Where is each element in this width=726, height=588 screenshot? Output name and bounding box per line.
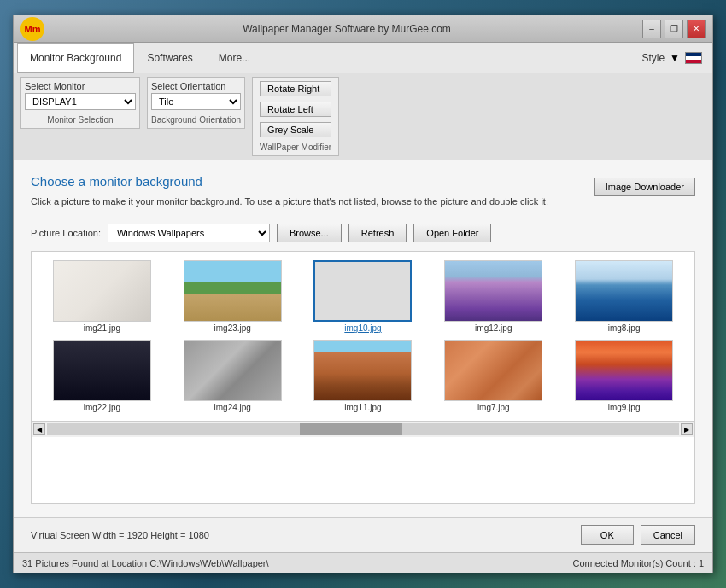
image-filename-label: img24.jpg xyxy=(214,403,251,412)
orientation-group-label: Background Orientation xyxy=(151,115,241,125)
image-thumb[interactable] xyxy=(184,260,282,322)
bottom-bar: Virtual Screen Width = 1920 Height = 108… xyxy=(14,517,712,552)
image-filename-label: img10.jpg xyxy=(344,323,381,333)
image-grid-container: img21.jpgimg23.jpgimg10.jpgimg12.jpgimg8… xyxy=(31,251,695,504)
titlebar: Mm Wallpaper Manager Software by MurGee.… xyxy=(14,15,712,43)
style-arrow: ▼ xyxy=(670,52,680,64)
wallpaper-modifier-group: Rotate Right Rotate Left Grey Scale Wall… xyxy=(252,77,339,156)
image-thumb[interactable] xyxy=(444,340,542,401)
content-area: Choose a monitor background Click a pict… xyxy=(14,160,712,517)
image-thumb[interactable] xyxy=(313,340,412,401)
tab-more[interactable]: More... xyxy=(206,43,263,73)
monitor-select[interactable]: DISPLAY1 xyxy=(25,93,136,110)
image-item[interactable]: img11.jpg xyxy=(302,340,425,412)
picture-location-label: Picture Location: xyxy=(31,228,101,238)
cancel-button[interactable]: Cancel xyxy=(641,525,695,545)
style-label: Style xyxy=(641,52,665,64)
grey-scale-button[interactable]: Grey Scale xyxy=(260,122,331,137)
rotate-left-button[interactable]: Rotate Left xyxy=(260,102,331,117)
horizontal-scrollbar[interactable]: ◀ ▶ xyxy=(32,421,694,437)
orientation-group: Select Orientation Tile Background Orien… xyxy=(147,77,245,129)
open-folder-button[interactable]: Open Folder xyxy=(413,224,491,242)
main-window: Mm Wallpaper Manager Software by MurGee.… xyxy=(13,15,713,573)
browse-button[interactable]: Browse... xyxy=(277,224,342,242)
image-thumb[interactable] xyxy=(575,340,673,401)
image-filename-label: img21.jpg xyxy=(84,323,120,333)
image-filename-label: img23.jpg xyxy=(214,323,251,333)
window-title: Wallpaper Manager Software by MurGee.com xyxy=(51,23,642,35)
bottom-buttons: OK Cancel xyxy=(581,525,695,545)
content-title: Choose a monitor background xyxy=(31,174,584,189)
app-logo: Mm xyxy=(20,17,44,41)
image-filename-label: img12.jpg xyxy=(475,323,512,333)
menubar: Monitor Background Softwares More... Sty… xyxy=(14,43,712,73)
image-filename-label: img22.jpg xyxy=(84,403,120,412)
image-thumb[interactable] xyxy=(444,260,542,322)
image-filename-label: img9.jpg xyxy=(608,403,641,412)
image-filename-label: img8.jpg xyxy=(608,323,641,333)
style-control: Style ▼ xyxy=(635,43,709,73)
minimize-button[interactable]: – xyxy=(642,20,661,38)
orientation-combo-container: Select Orientation Tile xyxy=(151,81,241,110)
restore-button[interactable]: ❐ xyxy=(665,20,683,38)
image-downloader-button[interactable]: Image Downloader xyxy=(594,178,695,196)
monitor-group-label: Monitor Selection xyxy=(25,115,136,125)
image-item[interactable]: img8.jpg xyxy=(562,260,686,333)
refresh-button[interactable]: Refresh xyxy=(348,224,407,242)
header-desc-area: Choose a monitor background Click a pict… xyxy=(31,174,584,218)
modifier-group-label: WallPaper Modifier xyxy=(260,143,331,152)
image-item[interactable]: img24.jpg xyxy=(171,340,295,412)
monitor-selection-group: Select Monitor DISPLAY1 Monitor Selectio… xyxy=(20,77,140,129)
scroll-thumb[interactable] xyxy=(300,423,402,435)
image-thumb[interactable] xyxy=(313,260,412,322)
scroll-right-arrow[interactable]: ▶ xyxy=(681,423,693,435)
picture-location-select[interactable]: Windows Wallpapers xyxy=(108,224,270,242)
image-item[interactable]: img23.jpg xyxy=(171,260,295,333)
image-grid: img21.jpgimg23.jpgimg10.jpgimg12.jpgimg8… xyxy=(32,252,694,421)
image-thumb[interactable] xyxy=(575,260,673,322)
image-thumb[interactable] xyxy=(53,340,151,401)
ok-button[interactable]: OK xyxy=(581,525,634,545)
monitor-combo-label: Select Monitor xyxy=(25,81,136,91)
rotate-right-button[interactable]: Rotate Right xyxy=(260,81,331,96)
image-item[interactable]: img22.jpg xyxy=(40,340,164,412)
status-bar: 31 Pictures Found at Location C:\Windows… xyxy=(14,552,712,573)
toolbar: Select Monitor DISPLAY1 Monitor Selectio… xyxy=(14,73,712,160)
scroll-track[interactable] xyxy=(47,423,679,435)
content-description: Click a picture to make it your monitor … xyxy=(31,195,584,208)
image-thumb[interactable] xyxy=(53,260,151,322)
window-controls: – ❐ ✕ xyxy=(642,20,706,38)
image-item[interactable]: img10.jpg xyxy=(302,260,425,333)
image-thumb[interactable] xyxy=(184,340,282,401)
orientation-combo-label: Select Orientation xyxy=(151,81,241,91)
image-item[interactable]: img21.jpg xyxy=(40,260,164,333)
image-item[interactable]: img7.jpg xyxy=(431,340,555,412)
monitor-combo-container: Select Monitor DISPLAY1 xyxy=(25,81,136,110)
close-button[interactable]: ✕ xyxy=(687,20,706,38)
image-item[interactable]: img12.jpg xyxy=(431,260,555,333)
status-left: 31 Pictures Found at Location C:\Windows… xyxy=(22,558,269,568)
tab-monitor-background[interactable]: Monitor Background xyxy=(17,43,134,73)
orientation-select[interactable]: Tile xyxy=(151,93,241,110)
tab-softwares[interactable]: Softwares xyxy=(134,43,205,73)
flag-icon xyxy=(685,52,702,64)
image-filename-label: img7.jpg xyxy=(477,403,510,412)
scroll-left-arrow[interactable]: ◀ xyxy=(33,423,45,435)
content-header: Choose a monitor background Click a pict… xyxy=(31,174,695,218)
image-item[interactable]: img9.jpg xyxy=(562,340,686,412)
image-filename-label: img11.jpg xyxy=(344,403,381,412)
virtual-screen-info: Virtual Screen Width = 1920 Height = 108… xyxy=(31,530,209,540)
status-right: Connected Monitor(s) Count : 1 xyxy=(573,558,704,568)
picture-location-row: Picture Location: Windows Wallpapers Bro… xyxy=(31,224,695,242)
